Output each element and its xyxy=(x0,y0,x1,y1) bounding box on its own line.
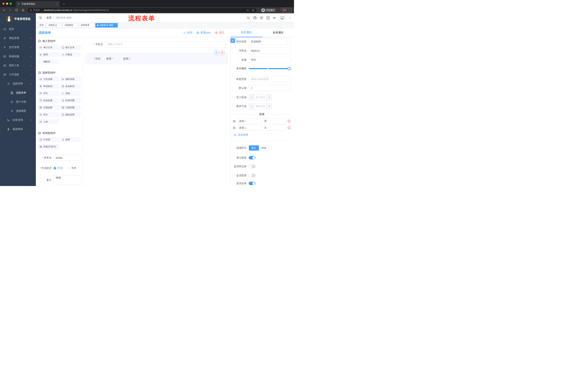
tag-4[interactable]: 流程表单 xyxy=(79,23,94,28)
option-value-input[interactable]: 男 xyxy=(262,118,286,124)
default-value-input[interactable]: 1 xyxy=(249,85,291,91)
toggle-switch[interactable] xyxy=(249,182,256,185)
option-label-input[interactable]: 选项二 xyxy=(237,125,261,131)
sidebar-item-4[interactable]: 基础设施 xyxy=(0,52,36,61)
component-type-select[interactable]: 多选框组 xyxy=(249,39,291,45)
toggle-switch[interactable] xyxy=(249,174,256,177)
forward-button[interactable] xyxy=(9,9,12,12)
save-button[interactable]: 保存 xyxy=(183,31,192,34)
component-table[interactable]: 表格[开发中] xyxy=(38,144,59,149)
component-textarea[interactable]: 多行文本 xyxy=(60,45,81,50)
component-hand[interactable]: 按钮 xyxy=(60,137,81,142)
font-size-icon[interactable]: тT xyxy=(273,16,276,20)
remove-option-icon[interactable] xyxy=(287,126,291,129)
stepper-plus-button[interactable] xyxy=(266,95,272,100)
tag-5[interactable]: 流程表单-编辑 xyxy=(95,23,118,28)
sidebar-item-6[interactable]: 工作流程 xyxy=(0,70,36,79)
phone-input[interactable]: 请输入手机号 xyxy=(105,41,226,47)
sidebar-item-12[interactable]: 请假查询 xyxy=(0,125,36,134)
component-palette[interactable]: 颜色选择 xyxy=(60,112,81,117)
breadcrumb-home[interactable]: 首页 xyxy=(46,16,52,20)
drag-handle-icon[interactable] xyxy=(233,120,236,123)
component-switch[interactable]: 开关 xyxy=(38,91,59,96)
avatar-caret-down-icon[interactable] xyxy=(289,17,291,19)
new-tab-button[interactable] xyxy=(63,3,65,5)
component-counter[interactable]: 123计数器 xyxy=(60,52,81,57)
component-date[interactable]: 日期选择 xyxy=(38,105,59,110)
component-editor[interactable]: 编辑器 xyxy=(38,59,59,64)
sidebar-item-5[interactable]: 研发工具 xyxy=(0,61,36,70)
view-json-button[interactable]: 查看json xyxy=(197,31,211,34)
sidebar-item-11[interactable]: 任务管理 xyxy=(0,116,36,125)
zoom-window-button[interactable] xyxy=(10,2,12,5)
back-button[interactable] xyxy=(2,9,5,12)
minimize-window-button[interactable] xyxy=(6,2,8,5)
sidebar-item-1[interactable]: 首页 xyxy=(0,25,36,34)
tag-close-icon[interactable] xyxy=(74,24,76,26)
tag-close-icon[interactable] xyxy=(91,24,92,26)
stepper-minus-button[interactable] xyxy=(249,103,254,109)
duplicate-field-button[interactable] xyxy=(214,50,219,55)
add-option-button[interactable]: 添加选项 xyxy=(234,133,291,137)
tab-close-icon[interactable] xyxy=(56,3,58,5)
form-grid-slider[interactable] xyxy=(249,68,289,69)
component-slider[interactable]: 滑块 xyxy=(60,91,81,96)
component-star[interactable]: 评分 xyxy=(38,112,59,117)
checkbox-icon[interactable] xyxy=(119,57,122,60)
gender-option-2[interactable]: 选项二 xyxy=(119,57,131,60)
field-name-input[interactable]: field122 xyxy=(249,48,291,54)
stepper-plus-button[interactable] xyxy=(266,103,272,109)
browser-tab[interactable]: 芋道管理系统 xyxy=(16,1,60,7)
tag-3[interactable]: 流程模型 xyxy=(63,23,78,28)
label-width-input[interactable]: 请输入标签宽度 xyxy=(249,76,291,82)
tab-form-props[interactable]: 表单属性 xyxy=(262,28,294,37)
toggle-switch[interactable] xyxy=(249,165,256,168)
stepper-minus-button[interactable] xyxy=(249,95,254,100)
gender-option-1[interactable]: 选项一 xyxy=(102,57,114,60)
sidebar-item-2[interactable]: 系统管理 xyxy=(0,34,36,43)
github-icon[interactable] xyxy=(253,16,257,20)
component-select[interactable]: 下拉选择 xyxy=(38,77,59,82)
window-controls[interactable] xyxy=(0,0,14,7)
tag-1[interactable]: 首页 xyxy=(38,23,45,28)
component-date-range[interactable]: 日期范围 xyxy=(60,105,81,110)
option-value-input[interactable]: 女 xyxy=(262,125,286,131)
tab-component-props[interactable]: 组件属性 xyxy=(231,28,262,37)
checkbox-icon[interactable] xyxy=(102,57,105,60)
component-checkbox[interactable]: 多选框组 xyxy=(60,84,81,89)
component-time[interactable]: 时间选择 xyxy=(38,98,59,103)
resize-handle-icon[interactable] xyxy=(79,182,80,184)
delete-field-button[interactable] xyxy=(220,50,225,55)
form-remark-textarea[interactable]: 嘿嘿 xyxy=(54,175,81,185)
option-label-input[interactable]: 选项一 xyxy=(237,118,261,124)
avatar[interactable] xyxy=(279,14,286,21)
help-icon[interactable] xyxy=(260,16,263,20)
tag-close-icon[interactable] xyxy=(115,24,116,26)
canvas-field-phone[interactable]: *手机号 请输入手机号 xyxy=(87,41,226,47)
reload-button[interactable] xyxy=(15,9,18,12)
component-lock[interactable]: 密码 xyxy=(38,52,59,57)
browser-update-button[interactable]: 更新 xyxy=(281,8,292,12)
style-option-2[interactable]: 按钮 xyxy=(259,145,269,150)
sidebar-item-7[interactable]: 流程管理 xyxy=(0,79,36,88)
component-radio[interactable]: 单选框组 xyxy=(38,84,59,89)
remove-option-icon[interactable] xyxy=(287,120,291,123)
tag-2[interactable]: 流程定义 xyxy=(47,23,62,28)
min-checked-input[interactable]: 至少应选 xyxy=(254,95,266,100)
component-upload[interactable]: 上传 xyxy=(38,119,59,124)
component-input[interactable]: 单行文本 xyxy=(38,45,59,50)
component-columns[interactable]: 行容器 xyxy=(38,137,59,142)
sidebar-item-10[interactable]: 流程模型 xyxy=(0,106,36,116)
sidebar-item-8[interactable]: 流程表单 xyxy=(0,88,36,97)
clear-button[interactable]: 清空 xyxy=(215,31,224,34)
sidebar-item-9[interactable]: 用户分组 xyxy=(0,97,36,106)
tag-close-icon[interactable] xyxy=(58,24,60,26)
canvas-field-gender-selected[interactable]: *性别 选项一 选项二 xyxy=(85,53,228,64)
home-button[interactable] xyxy=(21,9,25,12)
sidebar-item-3[interactable]: ¥支付管理 xyxy=(0,43,36,52)
style-option-1[interactable]: 默认 xyxy=(249,145,259,150)
panel-collapse-chip[interactable] xyxy=(231,38,235,43)
form-canvas[interactable]: *手机号 请输入手机号 *性别 选项一 选项二 xyxy=(83,37,230,186)
toggle-switch[interactable] xyxy=(249,156,256,159)
close-window-button[interactable] xyxy=(2,2,5,5)
